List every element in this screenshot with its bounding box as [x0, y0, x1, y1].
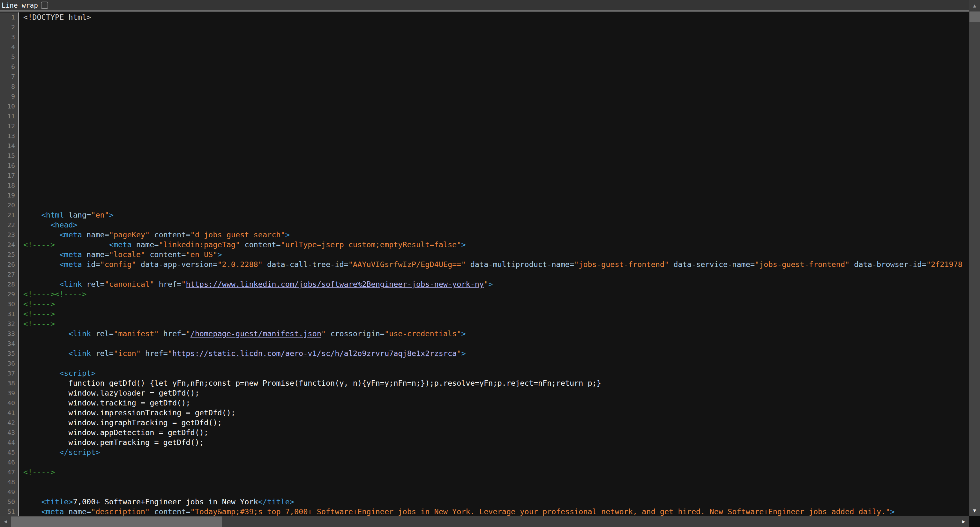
code-line: 4: [0, 42, 969, 52]
code-line-text: <link rel="manifest" href="/homepage-gue…: [18, 329, 466, 339]
code-line: 16: [0, 161, 969, 171]
line-number: 43: [0, 428, 18, 438]
line-number: 4: [0, 42, 18, 52]
scrollbar-corner: [969, 516, 980, 527]
code-line: 14: [0, 141, 969, 151]
line-number: 23: [0, 230, 18, 240]
line-number: 27: [0, 270, 18, 279]
code-line: 20: [0, 200, 969, 210]
line-number: 15: [0, 151, 18, 161]
horizontal-scrollbar-thumb[interactable]: [11, 516, 222, 527]
line-number: 3: [0, 32, 18, 42]
code-line: 48: [0, 477, 969, 487]
code-area: 1<!DOCTYPE html>234567891011121314151617…: [0, 13, 969, 516]
line-number: 48: [0, 477, 18, 487]
line-number: 10: [0, 102, 18, 111]
code-line-text: </script>: [18, 448, 100, 457]
code-line: 22 <head>: [0, 220, 969, 230]
horizontal-scrollbar[interactable]: ◀ ▶: [0, 516, 969, 527]
line-wrap-checkbox[interactable]: [41, 2, 48, 9]
line-number: 14: [0, 141, 18, 151]
scroll-down-button[interactable]: ▼: [969, 505, 980, 516]
code-line: 12: [0, 121, 969, 131]
code-line: 11: [0, 111, 969, 121]
code-line-text: <html lang="en">: [18, 210, 114, 220]
line-number: 42: [0, 418, 18, 428]
code-line-text: <!DOCTYPE html>: [18, 13, 91, 22]
code-line: 17: [0, 171, 969, 181]
line-number: 20: [0, 200, 18, 210]
code-line-text: <!---->: [18, 467, 55, 477]
code-line: 31<!---->: [0, 309, 969, 319]
line-number: 36: [0, 359, 18, 368]
line-number: 8: [0, 82, 18, 92]
line-number: 25: [0, 250, 18, 260]
line-number: 46: [0, 457, 18, 467]
line-number: 32: [0, 319, 18, 329]
code-line: 10: [0, 102, 969, 111]
code-line: 30<!---->: [0, 299, 969, 309]
line-number: 30: [0, 299, 18, 309]
line-number: 40: [0, 398, 18, 408]
line-number: 47: [0, 467, 18, 477]
code-line: 37 <script>: [0, 368, 969, 378]
code-line: 7: [0, 72, 969, 82]
line-wrap-toolbar: Line wrap: [0, 0, 969, 11]
code-line: 25 <meta name="locale" content="en_US">: [0, 250, 969, 260]
attribute-value-link[interactable]: https://static.licdn.com/aero-v1/sc/h/al…: [172, 349, 457, 358]
code-line-text: window.appDetection = getDfd();: [18, 428, 208, 438]
code-line-text: window.ingraphTracking = getDfd();: [18, 418, 222, 428]
line-number: 29: [0, 289, 18, 299]
line-number: 38: [0, 378, 18, 388]
code-line: 1<!DOCTYPE html>: [0, 13, 969, 22]
code-line-text: <meta name="pageKey" content="d_jobs_gue…: [18, 230, 290, 240]
code-line: 39 window.lazyloader = getDfd();: [0, 388, 969, 398]
scroll-left-button[interactable]: ◀: [0, 516, 11, 527]
attribute-value-link[interactable]: /homepage-guest/manifest.json: [191, 329, 321, 338]
line-number: 12: [0, 121, 18, 131]
line-number: 31: [0, 309, 18, 319]
line-number: 22: [0, 220, 18, 230]
line-number: 51: [0, 507, 18, 516]
code-line: 43 window.appDetection = getDfd();: [0, 428, 969, 438]
line-number: 26: [0, 260, 18, 270]
vertical-scrollbar[interactable]: ▲ ▼: [969, 0, 980, 516]
code-line: 15: [0, 151, 969, 161]
code-line-text: <!----> <meta name="linkedin:pageTag" co…: [18, 240, 466, 250]
line-number: 1: [0, 13, 18, 22]
line-number: 44: [0, 438, 18, 448]
line-number: 13: [0, 131, 18, 141]
code-line-text: <head>: [18, 220, 78, 230]
down-arrow-icon: ▼: [973, 508, 976, 513]
code-line: 51 <meta name="description" content="Tod…: [0, 507, 969, 516]
code-line: 8: [0, 82, 969, 92]
code-line-text: <meta name="description" content="Today&…: [18, 507, 895, 516]
scroll-up-button[interactable]: ▲: [969, 0, 980, 11]
code-line: 3: [0, 32, 969, 42]
code-line-text: <link rel="icon" href="https://static.li…: [18, 349, 466, 359]
left-arrow-icon: ◀: [4, 519, 7, 524]
code-line: 24<!----> <meta name="linkedin:pageTag" …: [0, 240, 969, 250]
code-line: 26 <meta id="config" data-app-version="2…: [0, 260, 969, 270]
code-line-text: function getDfd() {let yFn,nFn;const p=n…: [18, 378, 601, 388]
line-number: 11: [0, 111, 18, 121]
code-line-text: <!---->: [18, 319, 55, 329]
code-line: 42 window.ingraphTracking = getDfd();: [0, 418, 969, 428]
code-line-text: <!----><!---->: [18, 289, 86, 299]
code-line-text: window.pemTracking = getDfd();: [18, 438, 204, 448]
source-code-viewport[interactable]: 1<!DOCTYPE html>234567891011121314151617…: [0, 13, 969, 516]
code-line: 38 function getDfd() {let yFn,nFn;const …: [0, 378, 969, 388]
code-line-text: <meta name="locale" content="en_US">: [18, 250, 222, 260]
line-number: 19: [0, 190, 18, 200]
code-line: 50 <title>7,000+ Software+Engineer jobs …: [0, 497, 969, 507]
vertical-scrollbar-thumb[interactable]: [969, 11, 980, 22]
scroll-right-button[interactable]: ▶: [958, 516, 969, 527]
code-line: 46: [0, 457, 969, 467]
attribute-value-link[interactable]: https://www.linkedin.com/jobs/software%2…: [186, 280, 484, 289]
code-line: 23 <meta name="pageKey" content="d_jobs_…: [0, 230, 969, 240]
line-number: 37: [0, 368, 18, 378]
code-line: 27: [0, 270, 969, 279]
line-number: 16: [0, 161, 18, 171]
code-line: 34: [0, 339, 969, 349]
code-line-text: <link rel="canonical" href="https://www.…: [18, 279, 493, 289]
